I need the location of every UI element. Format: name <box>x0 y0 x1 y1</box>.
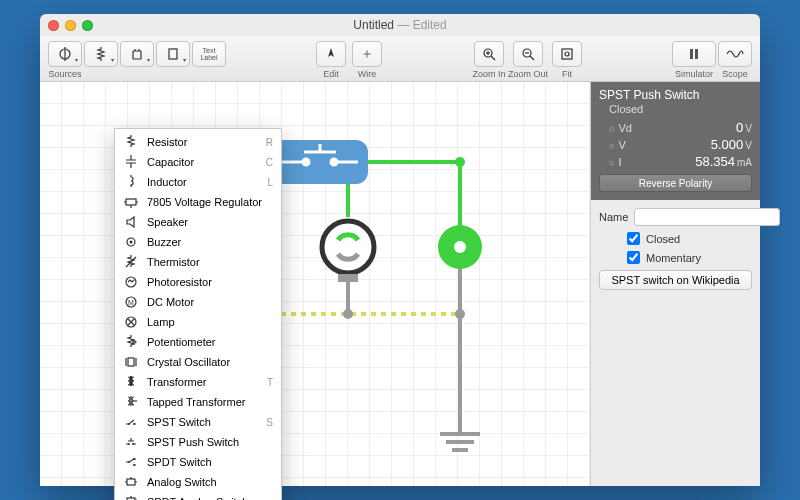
app-window: Untitled — Edited ▾ Sources ▾ ▾ ▾ Text L… <box>40 14 760 486</box>
svg-point-29 <box>454 241 466 253</box>
thermistor-icon <box>123 254 139 270</box>
ground-component[interactable] <box>440 434 480 450</box>
svg-point-16 <box>455 157 465 167</box>
regulator-icon <box>123 194 139 210</box>
menu-item-regulator[interactable]: 7805 Voltage Regulator <box>115 192 281 212</box>
zoom-fit-button[interactable]: Fit <box>550 38 584 81</box>
menu-item-xtal[interactable]: Crystal Oscillator <box>115 352 281 372</box>
readout-vd-label[interactable]: Vd <box>609 122 632 134</box>
reverse-polarity-button[interactable]: Reverse Polarity <box>599 174 752 192</box>
svg-point-49 <box>133 423 135 425</box>
toolbar: ▾ Sources ▾ ▾ ▾ Text Label Edit ＋ Wire <box>40 36 760 82</box>
xfmr2-icon <box>123 394 139 410</box>
menu-item-capacitor[interactable]: CapacitorC <box>115 152 281 172</box>
menu-item-label: Capacitor <box>147 156 194 168</box>
components-button[interactable]: ▾ <box>84 38 118 81</box>
menu-item-spst[interactable]: SPST SwitchS <box>115 412 281 432</box>
svg-rect-55 <box>127 479 135 485</box>
menu-item-shortcut: T <box>267 377 273 388</box>
aspdt-icon <box>123 494 139 500</box>
menu-item-motor[interactable]: MDC Motor <box>115 292 281 312</box>
lamp-icon <box>123 314 139 330</box>
svg-point-22 <box>331 159 337 165</box>
scope-button[interactable]: Scope <box>718 38 752 81</box>
menu-item-label: Potentiometer <box>147 336 215 348</box>
close-icon[interactable] <box>48 20 59 31</box>
push-icon <box>123 434 139 450</box>
svg-point-52 <box>128 461 130 463</box>
spst-icon <box>123 414 139 430</box>
sources-button[interactable]: ▾ Sources <box>48 38 82 81</box>
name-field-label: Name <box>599 211 628 223</box>
menu-item-label: Lamp <box>147 316 175 328</box>
menu-item-label: Analog Switch <box>147 476 217 488</box>
name-field[interactable] <box>634 208 780 226</box>
menu-item-resistor[interactable]: ResistorR <box>115 132 281 152</box>
readout-v-label[interactable]: V <box>609 139 626 151</box>
svg-rect-33 <box>126 199 136 205</box>
fullscreen-icon[interactable] <box>82 20 93 31</box>
menu-item-buzzer[interactable]: Buzzer <box>115 232 281 252</box>
readout-i-label[interactable]: I <box>609 156 622 168</box>
svg-rect-13 <box>695 49 698 59</box>
aswitch-icon <box>123 474 139 490</box>
svg-point-50 <box>128 443 130 445</box>
svg-point-26 <box>322 221 374 273</box>
pot-icon <box>123 334 139 350</box>
menu-item-aswitch[interactable]: Analog Switch <box>115 472 281 492</box>
closed-checkbox[interactable] <box>627 232 640 245</box>
spdt-icon <box>123 454 139 470</box>
xtal-icon <box>123 354 139 370</box>
menu-item-speaker[interactable]: Speaker <box>115 212 281 232</box>
momentary-checkbox[interactable] <box>627 251 640 264</box>
menu-item-shortcut: L <box>267 177 273 188</box>
svg-point-54 <box>133 464 135 466</box>
minimize-icon[interactable] <box>65 20 76 31</box>
svg-rect-10 <box>562 49 572 59</box>
edit-mode-button[interactable]: Edit <box>314 38 348 81</box>
text-label-button[interactable]: Text Label <box>192 38 226 81</box>
menu-item-label: SPDT Analog Switch <box>147 496 248 500</box>
io-button[interactable]: ▾ <box>156 38 190 81</box>
svg-point-18 <box>455 309 465 319</box>
menu-item-label: Resistor <box>147 136 187 148</box>
chips-button[interactable]: ▾ <box>120 38 154 81</box>
menu-item-label: Inductor <box>147 176 187 188</box>
svg-text:M: M <box>128 299 134 306</box>
zoom-out-button[interactable]: Zoom Out <box>508 38 548 81</box>
inspector-panel: SPST Push Switch Closed Vd0V V5.000V I58… <box>590 82 760 486</box>
menu-item-xfmr2[interactable]: Tapped Transformer <box>115 392 281 412</box>
voltage-node-component[interactable] <box>438 225 482 269</box>
motor-icon: M <box>123 294 139 310</box>
wikipedia-link-button[interactable]: SPST switch on Wikipedia <box>599 270 752 290</box>
svg-rect-41 <box>128 358 134 366</box>
simulator-toggle[interactable]: Simulator <box>672 38 716 81</box>
zoom-in-button[interactable]: Zoom In <box>472 38 506 81</box>
inductor-icon <box>123 174 139 190</box>
menu-item-shortcut: R <box>266 137 273 148</box>
svg-point-20 <box>303 159 309 165</box>
svg-line-8 <box>530 56 534 60</box>
menu-item-thermistor[interactable]: Thermistor <box>115 252 281 272</box>
menu-item-xfmr[interactable]: TransformerT <box>115 372 281 392</box>
menu-item-shortcut: C <box>266 157 273 168</box>
wire-mode-button[interactable]: ＋ Wire <box>350 38 384 81</box>
menu-item-lamp[interactable]: Lamp <box>115 312 281 332</box>
window-title: Untitled — Edited <box>40 18 760 32</box>
menu-item-aspdt[interactable]: SPDT Analog Switch <box>115 492 281 500</box>
buzzer-component[interactable] <box>322 221 374 273</box>
svg-point-35 <box>130 241 133 244</box>
menu-item-spdt[interactable]: SPDT Switch <box>115 452 281 472</box>
menu-item-inductor[interactable]: InductorL <box>115 172 281 192</box>
inspector-title: SPST Push Switch <box>599 88 752 102</box>
inspector-state: Closed <box>609 103 752 115</box>
menu-item-label: DC Motor <box>147 296 194 308</box>
components-dropdown-menu: ResistorRCapacitorCInductorL7805 Voltage… <box>114 128 282 500</box>
menu-item-pot[interactable]: Potentiometer <box>115 332 281 352</box>
svg-rect-2 <box>169 49 177 59</box>
menu-item-label: Transformer <box>147 376 207 388</box>
menu-item-photoresistor[interactable]: Photoresistor <box>115 272 281 292</box>
svg-rect-12 <box>690 49 693 59</box>
menu-item-push[interactable]: SPST Push Switch <box>115 432 281 452</box>
svg-rect-27 <box>338 274 358 282</box>
